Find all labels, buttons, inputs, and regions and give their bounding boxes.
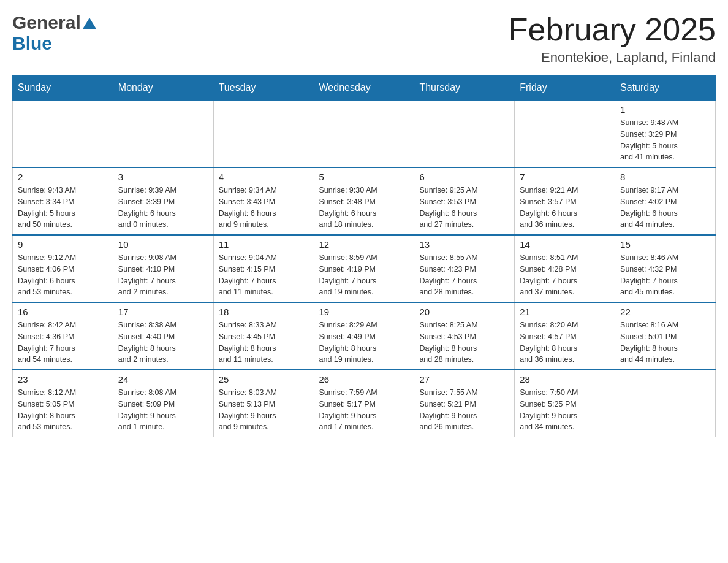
- day-cell: 19Sunrise: 8:29 AMSunset: 4:49 PMDayligh…: [314, 302, 414, 370]
- day-number: 19: [319, 307, 409, 317]
- week-row-3: 9Sunrise: 9:12 AMSunset: 4:06 PMDaylight…: [13, 235, 716, 302]
- day-info: Sunrise: 8:46 AMSunset: 4:32 PMDaylight:…: [620, 252, 710, 298]
- day-cell: 24Sunrise: 8:08 AMSunset: 5:09 PMDayligh…: [113, 370, 213, 437]
- day-cell: 7Sunrise: 9:21 AMSunset: 3:57 PMDaylight…: [515, 167, 615, 235]
- day-cell: 13Sunrise: 8:55 AMSunset: 4:23 PMDayligh…: [414, 235, 515, 302]
- day-number: 3: [118, 172, 208, 182]
- header-tuesday: Tuesday: [213, 76, 314, 101]
- day-cell: [213, 100, 314, 167]
- day-info: Sunrise: 8:29 AMSunset: 4:49 PMDaylight:…: [319, 320, 409, 366]
- day-number: 16: [18, 307, 108, 317]
- day-cell: 22Sunrise: 8:16 AMSunset: 5:01 PMDayligh…: [615, 302, 716, 370]
- day-cell: 21Sunrise: 8:20 AMSunset: 4:57 PMDayligh…: [515, 302, 615, 370]
- day-info: Sunrise: 9:48 AMSunset: 3:29 PMDaylight:…: [620, 117, 710, 163]
- week-row-1: 1Sunrise: 9:48 AMSunset: 3:29 PMDaylight…: [13, 100, 716, 167]
- day-number: 14: [520, 239, 610, 250]
- day-number: 17: [118, 307, 208, 317]
- day-cell: [113, 100, 213, 167]
- day-number: 24: [118, 374, 208, 385]
- day-number: 26: [319, 374, 409, 385]
- day-cell: 17Sunrise: 8:38 AMSunset: 4:40 PMDayligh…: [113, 302, 213, 370]
- day-number: 23: [18, 374, 108, 385]
- day-number: 18: [219, 307, 309, 317]
- day-cell: 28Sunrise: 7:50 AMSunset: 5:25 PMDayligh…: [515, 370, 615, 437]
- day-number: 15: [620, 239, 710, 250]
- page-header: General Blue February 2025 Enontekioe, L…: [12, 12, 716, 66]
- day-number: 20: [419, 307, 509, 317]
- day-cell: 5Sunrise: 9:30 AMSunset: 3:48 PMDaylight…: [314, 167, 414, 235]
- day-info: Sunrise: 8:33 AMSunset: 4:45 PMDaylight:…: [219, 320, 309, 366]
- day-cell: 15Sunrise: 8:46 AMSunset: 4:32 PMDayligh…: [615, 235, 716, 302]
- day-info: Sunrise: 8:51 AMSunset: 4:28 PMDaylight:…: [520, 252, 610, 298]
- day-cell: [314, 100, 414, 167]
- week-row-2: 2Sunrise: 9:43 AMSunset: 3:34 PMDaylight…: [13, 167, 716, 235]
- day-number: 25: [219, 374, 309, 385]
- day-info: Sunrise: 7:55 AMSunset: 5:21 PMDaylight:…: [419, 387, 509, 433]
- day-cell: 25Sunrise: 8:03 AMSunset: 5:13 PMDayligh…: [213, 370, 314, 437]
- day-cell: 3Sunrise: 9:39 AMSunset: 3:39 PMDaylight…: [113, 167, 213, 235]
- day-info: Sunrise: 9:08 AMSunset: 4:10 PMDaylight:…: [118, 252, 208, 298]
- day-info: Sunrise: 8:16 AMSunset: 5:01 PMDaylight:…: [620, 320, 710, 366]
- title-block: February 2025 Enontekioe, Lapland, Finla…: [509, 12, 716, 66]
- day-number: 28: [520, 374, 610, 385]
- logo-general-text: General: [12, 12, 81, 33]
- day-info: Sunrise: 9:34 AMSunset: 3:43 PMDaylight:…: [219, 185, 309, 231]
- day-info: Sunrise: 9:04 AMSunset: 4:15 PMDaylight:…: [219, 252, 309, 298]
- day-cell: [414, 100, 515, 167]
- day-cell: 26Sunrise: 7:59 AMSunset: 5:17 PMDayligh…: [314, 370, 414, 437]
- day-cell: 16Sunrise: 8:42 AMSunset: 4:36 PMDayligh…: [13, 302, 113, 370]
- header-friday: Friday: [515, 76, 615, 101]
- calendar-table: Sunday Monday Tuesday Wednesday Thursday…: [12, 75, 716, 437]
- day-info: Sunrise: 8:12 AMSunset: 5:05 PMDaylight:…: [18, 387, 108, 433]
- day-info: Sunrise: 8:03 AMSunset: 5:13 PMDaylight:…: [219, 387, 309, 433]
- day-info: Sunrise: 7:50 AMSunset: 5:25 PMDaylight:…: [520, 387, 610, 433]
- day-number: 11: [219, 239, 309, 250]
- logo: General Blue: [12, 12, 96, 54]
- day-cell: 10Sunrise: 9:08 AMSunset: 4:10 PMDayligh…: [113, 235, 213, 302]
- day-cell: 18Sunrise: 8:33 AMSunset: 4:45 PMDayligh…: [213, 302, 314, 370]
- day-number: 8: [620, 172, 710, 182]
- day-cell: 1Sunrise: 9:48 AMSunset: 3:29 PMDaylight…: [615, 100, 716, 167]
- page-title: February 2025: [509, 12, 716, 47]
- day-cell: 11Sunrise: 9:04 AMSunset: 4:15 PMDayligh…: [213, 235, 314, 302]
- day-info: Sunrise: 8:38 AMSunset: 4:40 PMDaylight:…: [118, 320, 208, 366]
- day-info: Sunrise: 8:25 AMSunset: 4:53 PMDaylight:…: [419, 320, 509, 366]
- day-number: 9: [18, 239, 108, 250]
- day-info: Sunrise: 8:08 AMSunset: 5:09 PMDaylight:…: [118, 387, 208, 433]
- week-row-4: 16Sunrise: 8:42 AMSunset: 4:36 PMDayligh…: [13, 302, 716, 370]
- day-cell: 4Sunrise: 9:34 AMSunset: 3:43 PMDaylight…: [213, 167, 314, 235]
- day-number: 6: [419, 172, 509, 182]
- page-subtitle: Enontekioe, Lapland, Finland: [509, 50, 716, 66]
- day-number: 22: [620, 307, 710, 317]
- logo-triangle-icon: [83, 18, 96, 29]
- day-info: Sunrise: 9:43 AMSunset: 3:34 PMDaylight:…: [18, 185, 108, 231]
- day-info: Sunrise: 9:17 AMSunset: 4:02 PMDaylight:…: [620, 185, 710, 231]
- logo-blue-text: Blue: [12, 33, 52, 53]
- header-saturday: Saturday: [615, 76, 716, 101]
- day-number: 21: [520, 307, 610, 317]
- day-number: 10: [118, 239, 208, 250]
- header-monday: Monday: [113, 76, 213, 101]
- weekday-header-row: Sunday Monday Tuesday Wednesday Thursday…: [13, 76, 716, 101]
- day-cell: 6Sunrise: 9:25 AMSunset: 3:53 PMDaylight…: [414, 167, 515, 235]
- day-cell: 23Sunrise: 8:12 AMSunset: 5:05 PMDayligh…: [13, 370, 113, 437]
- day-number: 1: [620, 104, 710, 115]
- day-info: Sunrise: 8:20 AMSunset: 4:57 PMDaylight:…: [520, 320, 610, 366]
- header-wednesday: Wednesday: [314, 76, 414, 101]
- day-info: Sunrise: 9:21 AMSunset: 3:57 PMDaylight:…: [520, 185, 610, 231]
- day-number: 13: [419, 239, 509, 250]
- day-info: Sunrise: 8:42 AMSunset: 4:36 PMDaylight:…: [18, 320, 108, 366]
- day-number: 5: [319, 172, 409, 182]
- day-number: 2: [18, 172, 108, 182]
- day-info: Sunrise: 9:30 AMSunset: 3:48 PMDaylight:…: [319, 185, 409, 231]
- day-cell: 9Sunrise: 9:12 AMSunset: 4:06 PMDaylight…: [13, 235, 113, 302]
- day-cell: [615, 370, 716, 437]
- day-number: 27: [419, 374, 509, 385]
- day-cell: [13, 100, 113, 167]
- day-info: Sunrise: 9:25 AMSunset: 3:53 PMDaylight:…: [419, 185, 509, 231]
- day-info: Sunrise: 9:12 AMSunset: 4:06 PMDaylight:…: [18, 252, 108, 298]
- day-info: Sunrise: 7:59 AMSunset: 5:17 PMDaylight:…: [319, 387, 409, 433]
- day-cell: 8Sunrise: 9:17 AMSunset: 4:02 PMDaylight…: [615, 167, 716, 235]
- day-cell: 2Sunrise: 9:43 AMSunset: 3:34 PMDaylight…: [13, 167, 113, 235]
- day-cell: 12Sunrise: 8:59 AMSunset: 4:19 PMDayligh…: [314, 235, 414, 302]
